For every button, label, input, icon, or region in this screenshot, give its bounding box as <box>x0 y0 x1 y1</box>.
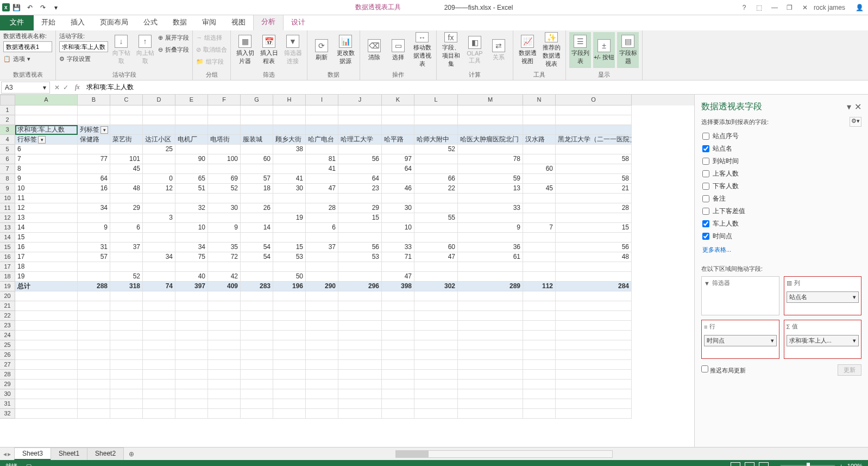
cell[interactable]: 302 <box>414 282 458 291</box>
cell[interactable]: 45 <box>523 184 556 194</box>
cell[interactable] <box>556 321 632 331</box>
field-item[interactable]: 备注 <box>701 192 861 205</box>
filter-connections-button[interactable]: ▼筛选器连接 <box>282 32 304 68</box>
cell[interactable] <box>273 164 306 174</box>
cell[interactable] <box>523 203 556 213</box>
options-button[interactable]: 📋 选项 ▾ <box>3 53 52 64</box>
cell[interactable]: 28 <box>306 203 338 213</box>
cell[interactable]: 36 <box>458 243 523 252</box>
minimize-button[interactable]: — <box>768 2 781 13</box>
drill-up-button[interactable]: ↑向上钻取 <box>134 32 156 68</box>
cell[interactable] <box>273 389 306 399</box>
update-button[interactable]: 更新 <box>838 364 861 376</box>
cell[interactable] <box>306 340 338 350</box>
cell[interactable]: 47 <box>306 184 338 194</box>
cell[interactable] <box>414 409 458 419</box>
cell[interactable] <box>208 311 241 321</box>
cell[interactable] <box>208 213 241 223</box>
sheet-tab-sheet1[interactable]: Sheet1 <box>51 448 87 460</box>
cell[interactable]: 100 <box>208 154 241 164</box>
cell[interactable] <box>143 223 175 233</box>
row-header[interactable]: 29 <box>0 380 15 389</box>
cell[interactable]: 14 <box>15 223 78 233</box>
user-icon[interactable]: 👤 <box>853 2 866 13</box>
cell[interactable] <box>110 115 143 125</box>
active-field-input[interactable] <box>59 41 108 52</box>
insert-slicer-button[interactable]: ▦插入切片器 <box>234 32 256 68</box>
cell[interactable] <box>110 194 143 203</box>
cell[interactable] <box>523 115 556 125</box>
cell[interactable]: 32 <box>175 203 208 213</box>
cell[interactable] <box>414 370 458 380</box>
cell[interactable] <box>208 301 241 311</box>
cell[interactable] <box>208 233 241 243</box>
cell[interactable] <box>241 115 273 125</box>
cell[interactable] <box>338 223 382 233</box>
close-button[interactable]: ✕ <box>798 2 812 13</box>
cell[interactable]: 行标签▾ <box>15 135 78 145</box>
cell[interactable]: 52 <box>208 184 241 194</box>
cell[interactable] <box>15 115 78 125</box>
cell[interactable]: 19 <box>273 213 306 223</box>
row-header[interactable]: 12 <box>0 213 15 223</box>
cell[interactable]: 72 <box>208 252 241 262</box>
cell[interactable]: 0 <box>143 174 175 184</box>
field-item[interactable]: 到站时间 <box>701 155 861 167</box>
cell[interactable] <box>78 272 110 282</box>
cell[interactable]: 398 <box>382 282 414 291</box>
cell[interactable] <box>241 194 273 203</box>
cell[interactable]: 34 <box>78 203 110 213</box>
cell[interactable] <box>78 409 110 419</box>
cell[interactable] <box>382 409 414 419</box>
cell[interactable] <box>338 194 382 203</box>
column-header[interactable]: M <box>458 95 523 105</box>
cell[interactable] <box>143 194 175 203</box>
cell[interactable] <box>110 213 143 223</box>
row-header[interactable]: 21 <box>0 301 15 311</box>
cell[interactable] <box>110 252 143 262</box>
cell[interactable] <box>110 350 143 360</box>
cell[interactable] <box>241 331 273 340</box>
cell[interactable]: 7 <box>523 223 556 233</box>
cell[interactable]: 52 <box>110 272 143 282</box>
cell[interactable] <box>175 262 208 272</box>
cell[interactable]: 23 <box>338 184 382 194</box>
cell[interactable]: 37 <box>110 243 143 252</box>
cell[interactable]: 56 <box>338 154 382 164</box>
cell[interactable] <box>556 115 632 125</box>
cell[interactable] <box>110 311 143 321</box>
cell[interactable]: 哈理工大学 <box>338 135 382 145</box>
field-item[interactable]: 上下客差值 <box>701 205 861 218</box>
cell[interactable]: 97 <box>382 154 414 164</box>
column-header[interactable]: B <box>78 95 110 105</box>
cell[interactable] <box>382 194 414 203</box>
cell[interactable] <box>110 321 143 331</box>
cell[interactable]: 26 <box>241 203 273 213</box>
cell[interactable] <box>208 399 241 409</box>
restore-button[interactable]: ❐ <box>783 2 796 13</box>
column-header[interactable]: K <box>382 95 414 105</box>
cell[interactable]: 33 <box>382 243 414 252</box>
formula-input[interactable] <box>83 82 868 94</box>
cell[interactable] <box>110 399 143 409</box>
cell[interactable] <box>175 291 208 301</box>
cell[interactable]: 290 <box>306 282 338 291</box>
cell[interactable] <box>208 370 241 380</box>
cell[interactable]: 总计 <box>15 282 78 291</box>
cell[interactable]: 3 <box>143 213 175 223</box>
cell[interactable]: 42 <box>208 272 241 282</box>
cell[interactable] <box>175 105 208 115</box>
cell[interactable]: 列标签▾ <box>78 125 110 135</box>
cell[interactable] <box>338 389 382 399</box>
cell[interactable] <box>458 389 523 399</box>
cell[interactable] <box>15 311 78 321</box>
cell[interactable] <box>523 389 556 399</box>
tab-data[interactable]: 数据 <box>165 14 194 30</box>
cell[interactable] <box>306 291 338 301</box>
cell[interactable]: 18 <box>241 184 273 194</box>
cell[interactable] <box>382 262 414 272</box>
cell[interactable]: 17 <box>15 252 78 262</box>
cell[interactable] <box>414 203 458 213</box>
cell[interactable]: 409 <box>208 282 241 291</box>
cell[interactable]: 15 <box>338 213 382 223</box>
